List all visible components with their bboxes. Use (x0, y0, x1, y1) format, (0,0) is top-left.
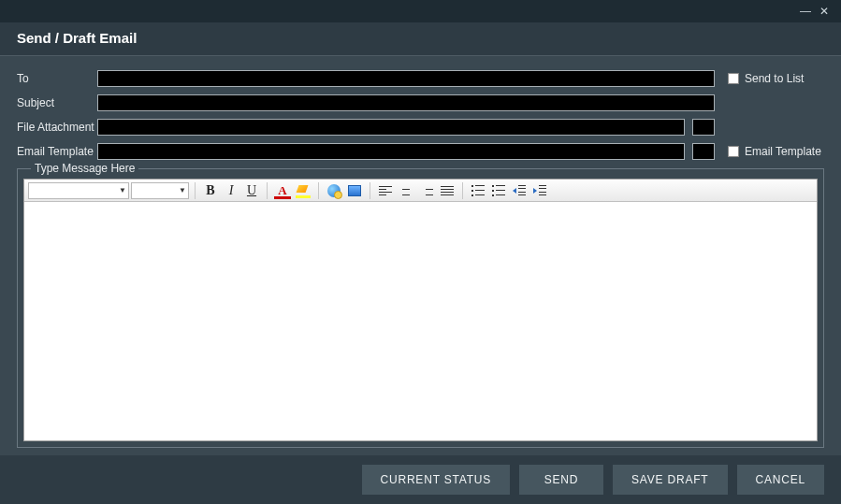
subject-label: Subject (17, 96, 97, 109)
unordered-list-button[interactable] (489, 181, 508, 200)
to-input[interactable] (97, 70, 715, 87)
align-left-button[interactable] (376, 181, 395, 200)
send-button[interactable]: SEND (519, 465, 603, 495)
minimize-icon: — (800, 5, 811, 18)
align-justify-icon (441, 186, 454, 195)
attachment-input[interactable] (97, 119, 685, 136)
image-icon (348, 185, 361, 196)
highlight-button[interactable] (294, 181, 312, 200)
template-browse-button[interactable] (692, 143, 715, 160)
send-to-list-label: Send to List (745, 72, 804, 85)
row-template: Email Template Email Template (17, 142, 824, 161)
dropdown-icon: ▼ (179, 186, 186, 194)
insert-image-button[interactable] (345, 181, 364, 200)
message-group: Type Message Here ▼ ▼ B I U A (17, 168, 824, 448)
align-right-button[interactable] (417, 181, 436, 200)
attachment-label: File Attachment (17, 121, 97, 134)
underline-button[interactable]: U (242, 181, 261, 200)
dropdown-icon: ▼ (119, 186, 126, 194)
italic-button[interactable]: I (222, 181, 240, 200)
unordered-list-icon (492, 184, 505, 196)
email-template-wrap: Email Template (728, 145, 821, 158)
cancel-button[interactable]: CANCEL (737, 465, 824, 495)
indent-button[interactable] (530, 181, 549, 200)
align-center-button[interactable] (397, 181, 415, 200)
highlight-icon (296, 183, 311, 198)
toolbar-separator (267, 182, 268, 199)
send-to-list-wrap: Send to List (728, 72, 804, 85)
template-input[interactable] (97, 143, 685, 160)
align-justify-button[interactable] (438, 181, 457, 200)
row-subject: Subject (17, 94, 824, 112)
insert-link-button[interactable] (325, 181, 343, 200)
toolbar-separator (318, 182, 319, 199)
message-body-input[interactable] (24, 202, 817, 440)
align-left-icon (379, 186, 392, 195)
align-right-icon (420, 186, 433, 195)
email-template-chk-label: Email Template (745, 145, 821, 158)
globe-icon (327, 184, 341, 197)
align-center-icon (399, 186, 413, 195)
ordered-list-button[interactable] (469, 181, 487, 200)
outdent-button[interactable] (510, 181, 529, 200)
minimize-button[interactable]: — (796, 2, 815, 21)
toolbar-separator (195, 182, 196, 199)
row-attachment: File Attachment (17, 118, 824, 137)
attachment-browse-button[interactable] (692, 119, 715, 136)
dialog-title: Send / Draft Email (0, 22, 841, 56)
close-button[interactable]: ✕ (815, 2, 834, 21)
to-label: To (17, 72, 97, 85)
current-status-button[interactable]: CURRENT STATUS (362, 465, 511, 495)
dialog-footer: CURRENT STATUS SEND SAVE DRAFT CANCEL (362, 465, 825, 495)
toolbar-separator (462, 182, 463, 199)
font-color-button[interactable]: A (273, 181, 292, 200)
send-to-list-checkbox[interactable] (728, 73, 739, 84)
toolbar-separator (370, 182, 370, 199)
form-area: To Send to List Subject File Attachment … (0, 56, 841, 455)
ordered-list-icon (471, 184, 485, 196)
message-group-legend: Type Message Here (31, 162, 138, 175)
font-size-dropdown[interactable]: ▼ (131, 182, 189, 199)
bold-button[interactable]: B (201, 181, 220, 200)
rich-text-editor: ▼ ▼ B I U A (23, 179, 818, 441)
indent-icon (533, 185, 546, 196)
save-draft-button[interactable]: SAVE DRAFT (613, 465, 727, 495)
outdent-icon (513, 185, 526, 196)
row-to: To Send to List (17, 69, 824, 88)
email-template-checkbox[interactable] (728, 146, 739, 157)
font-family-dropdown[interactable]: ▼ (28, 182, 129, 199)
subject-input[interactable] (97, 94, 715, 111)
editor-toolbar: ▼ ▼ B I U A (24, 180, 817, 202)
window-titlebar: — ✕ (0, 0, 841, 22)
template-label: Email Template (17, 145, 97, 158)
close-icon: ✕ (819, 5, 829, 18)
